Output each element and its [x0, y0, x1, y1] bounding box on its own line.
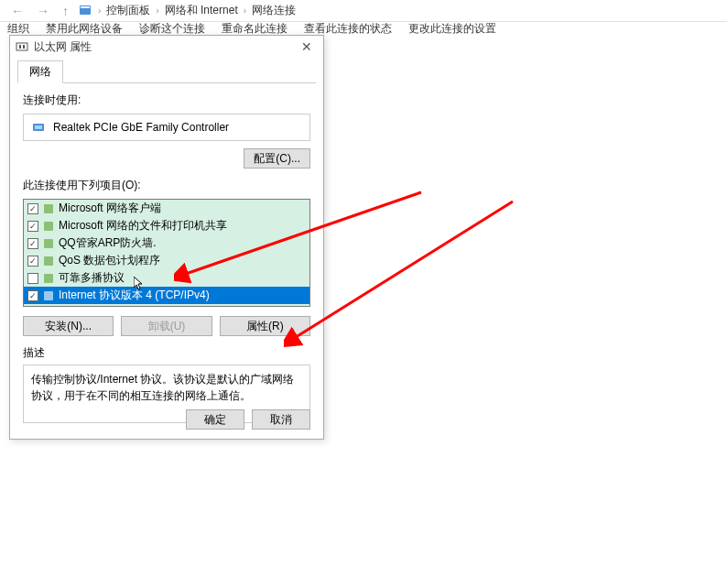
protocol-icon: [42, 237, 55, 250]
configure-button[interactable]: 配置(C)...: [244, 148, 310, 169]
dialog-body: 连接时使用: Realtek PCIe GbE Family Controlle…: [10, 83, 323, 432]
tab-strip: 网络: [17, 60, 316, 83]
list-item[interactable]: ✓QoS 数据包计划程序: [24, 252, 309, 269]
protocol-icon: [42, 202, 55, 215]
titlebar: 以太网 属性 ✕: [10, 36, 323, 58]
svg-rect-7: [44, 204, 53, 213]
network-adapter-icon: [31, 120, 46, 135]
checkbox-icon[interactable]: ✓: [27, 256, 38, 267]
cancel-button[interactable]: 取消: [252, 409, 310, 430]
list-item[interactable]: 可靠多播协议: [24, 269, 309, 287]
toolbar-status[interactable]: 查看此连接的状态: [304, 22, 392, 35]
checkbox-icon[interactable]: ✓: [27, 221, 38, 232]
list-item-label: QoS 数据包计划程序: [59, 253, 160, 268]
svg-rect-9: [44, 239, 53, 248]
chevron-right-icon: ›: [244, 5, 246, 16]
adapter-box: Realtek PCIe GbE Family Controller: [23, 114, 310, 141]
properties-button[interactable]: 属性(R): [220, 316, 310, 336]
uninstall-button: 卸载(U): [121, 316, 212, 336]
list-item-label: Microsoft 网络的文件和打印机共享: [59, 218, 227, 234]
svg-rect-10: [44, 256, 53, 266]
svg-rect-2: [16, 43, 27, 50]
list-item[interactable]: ✓Internet 协议版本 4 (TCP/IPv4): [24, 287, 309, 304]
list-item[interactable]: Microsoft 网络适配器多路传送器协议: [24, 304, 309, 307]
breadcrumb-item[interactable]: 网络连接: [252, 3, 296, 18]
list-item-label: QQ管家ARP防火墙.: [59, 235, 157, 251]
toolbar-organize[interactable]: 组织: [7, 22, 29, 35]
breadcrumb-bar: ← → ↑ › 控制面板 › 网络和 Internet › 网络连接: [0, 0, 727, 22]
items-label: 此连接使用下列项目(O):: [23, 178, 310, 193]
chevron-right-icon: ›: [156, 5, 158, 16]
checkbox-icon[interactable]: ✓: [27, 203, 38, 214]
list-item-label: Internet 协议版本 4 (TCP/IPv4): [59, 288, 210, 303]
checkbox-icon[interactable]: ✓: [27, 290, 38, 301]
toolbar-disable[interactable]: 禁用此网络设备: [46, 22, 123, 35]
list-item-label: Microsoft 网络适配器多路传送器协议: [59, 305, 238, 307]
svg-rect-4: [23, 45, 25, 49]
install-button[interactable]: 安装(N)...: [23, 316, 114, 336]
checkbox-icon[interactable]: [27, 273, 38, 284]
nav-up-icon[interactable]: ↑: [59, 4, 72, 18]
ok-button[interactable]: 确定: [186, 409, 244, 430]
list-item-label: 可靠多播协议: [59, 270, 125, 286]
toolbar-settings[interactable]: 更改此连接的设置: [408, 22, 496, 35]
list-item-label: Microsoft 网络客户端: [59, 201, 161, 216]
svg-rect-11: [44, 274, 53, 283]
tab-network[interactable]: 网络: [17, 60, 63, 83]
nav-back-icon[interactable]: ←: [7, 4, 27, 18]
list-item[interactable]: ✓Microsoft 网络客户端: [24, 200, 309, 217]
close-icon[interactable]: ✕: [296, 39, 318, 54]
chevron-right-icon: ›: [98, 5, 101, 16]
toolbar: 组织 禁用此网络设备 诊断这个连接 重命名此连接 查看此连接的状态 更改此连接的…: [0, 22, 727, 35]
dialog-title: 以太网 属性: [34, 39, 296, 55]
ethernet-icon: [16, 40, 28, 53]
protocol-icon: [42, 307, 55, 308]
list-item[interactable]: ✓Microsoft 网络的文件和打印机共享: [24, 217, 309, 234]
properties-dialog: 以太网 属性 ✕ 网络 连接时使用: Realtek PCIe GbE Fami…: [9, 35, 324, 440]
nav-forward-icon: →: [33, 4, 53, 18]
description-label: 描述: [23, 345, 310, 361]
protocol-icon: [42, 220, 55, 233]
svg-rect-6: [35, 125, 42, 129]
adapter-name: Realtek PCIe GbE Family Controller: [53, 121, 229, 134]
breadcrumb-item[interactable]: 网络和 Internet: [165, 3, 238, 18]
svg-line-18: [293, 201, 513, 339]
checkbox-icon[interactable]: ✓: [27, 238, 38, 249]
protocol-icon: [42, 255, 55, 267]
protocol-icon: [42, 289, 55, 302]
control-panel-icon: [78, 4, 92, 18]
svg-rect-3: [19, 45, 21, 49]
list-item[interactable]: ✓QQ管家ARP防火墙.: [24, 234, 309, 252]
svg-rect-8: [44, 222, 53, 231]
toolbar-diagnose[interactable]: 诊断这个连接: [139, 22, 205, 35]
toolbar-rename[interactable]: 重命名此连接: [222, 22, 288, 35]
svg-rect-1: [81, 6, 90, 8]
svg-rect-12: [44, 291, 53, 300]
breadcrumb-item[interactable]: 控制面板: [106, 3, 150, 18]
protocol-listbox[interactable]: ✓Microsoft 网络客户端✓Microsoft 网络的文件和打印机共享✓Q…: [23, 199, 310, 307]
protocol-icon: [42, 272, 55, 285]
connect-using-label: 连接时使用:: [23, 93, 310, 108]
